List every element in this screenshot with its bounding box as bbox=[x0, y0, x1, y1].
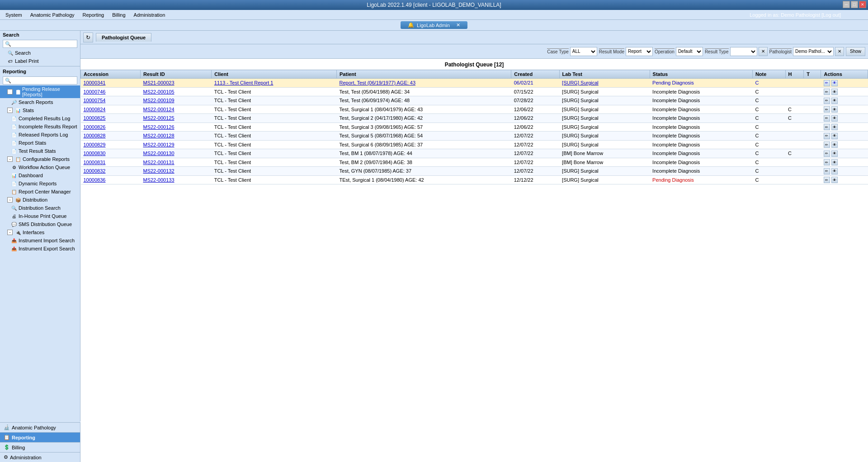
col-h[interactable]: H bbox=[785, 70, 804, 79]
cell-accession[interactable]: 10000746 bbox=[81, 87, 141, 96]
table-row[interactable]: 10000832 MS22-000132 TCL - Test Client T… bbox=[81, 167, 868, 176]
cell-actions[interactable]: ✏ 👁 bbox=[821, 140, 868, 149]
cell-lab-test[interactable]: [SURG] Surgical bbox=[559, 114, 650, 123]
cell-result-id[interactable]: MS22-000124 bbox=[140, 105, 211, 114]
table-row[interactable]: 10000836 MS22-000133 TCL - Test Client T… bbox=[81, 175, 868, 184]
col-note[interactable]: Note bbox=[752, 70, 785, 79]
sidebar-item-search[interactable]: 🔍 Search bbox=[0, 49, 80, 57]
cell-lab-test[interactable]: [BM] Bone Marrow bbox=[559, 149, 650, 158]
cell-patient[interactable]: TEst, Surgical 1 (08/04/1980) AGE: 42 bbox=[337, 175, 511, 184]
result-type-clear-btn[interactable]: ✕ bbox=[759, 47, 768, 56]
cell-actions[interactable]: ✏ 👁 bbox=[821, 167, 868, 176]
table-row[interactable]: 10000826 MS22-000126 TCL - Test Client T… bbox=[81, 123, 868, 132]
cell-accession[interactable]: 10000830 bbox=[81, 149, 141, 158]
sidebar-item-test-result-stats[interactable]: 📄 Test Result Stats bbox=[0, 147, 80, 155]
show-button[interactable]: Show bbox=[846, 47, 865, 56]
window-controls[interactable]: ─ □ ✕ bbox=[843, 1, 866, 8]
cell-actions[interactable]: ✏ 👁 bbox=[821, 123, 868, 132]
cell-client[interactable]: TCL - Test Client bbox=[212, 175, 337, 184]
action-edit-icon[interactable]: ✏ bbox=[824, 151, 830, 157]
action-view-icon[interactable]: 👁 bbox=[831, 133, 838, 139]
result-type-select[interactable] bbox=[730, 47, 757, 56]
sidebar-item-report-stats[interactable]: 📄 Report Stats bbox=[0, 139, 80, 147]
cell-accession[interactable]: 10000831 bbox=[81, 158, 141, 167]
menu-reporting[interactable]: Reporting bbox=[79, 11, 108, 19]
action-view-icon[interactable]: 👁 bbox=[831, 159, 838, 165]
action-edit-icon[interactable]: ✏ bbox=[824, 80, 830, 86]
menu-anatomic-pathology[interactable]: Anatomic Pathology bbox=[27, 11, 78, 19]
cell-result-id[interactable]: MS22-000105 bbox=[140, 87, 211, 96]
col-created[interactable]: Created bbox=[511, 70, 559, 79]
cell-patient[interactable]: Test, GYN (08/07/1985) AGE: 37 bbox=[337, 167, 511, 176]
sidebar-item-inhouse-print[interactable]: 🖨 In-House Print Queue bbox=[0, 212, 80, 220]
cell-client[interactable]: TCL - Test Client bbox=[212, 132, 337, 141]
sidebar-item-sms-queue[interactable]: 💬 SMS Distribution Queue bbox=[0, 220, 80, 228]
cell-actions[interactable]: ✏ 👁 bbox=[821, 132, 868, 141]
nav-anatomic-pathology[interactable]: 🔬 Anatomic Pathology bbox=[0, 422, 80, 432]
cell-lab-test[interactable]: [BM] Bone Marrow bbox=[559, 158, 650, 167]
sidebar-search-header[interactable]: Search bbox=[0, 31, 80, 39]
minimize-button[interactable]: ─ bbox=[843, 1, 850, 8]
cell-accession[interactable]: 10000826 bbox=[81, 123, 141, 132]
pathologist-clear-btn[interactable]: ✕ bbox=[835, 47, 844, 56]
cell-accession[interactable]: 10000836 bbox=[81, 175, 141, 184]
nav-administration[interactable]: ⚙ Administration bbox=[0, 452, 80, 462]
menu-system[interactable]: System bbox=[2, 11, 26, 19]
menu-administration[interactable]: Administration bbox=[130, 11, 169, 19]
cell-lab-test[interactable]: [SURG] Surgical bbox=[559, 132, 650, 141]
sidebar-item-interfaces[interactable]: - 🔌 Interfaces bbox=[0, 228, 80, 236]
action-view-icon[interactable]: 👁 bbox=[831, 115, 838, 122]
sidebar-item-pending-release[interactable]: - 📋 Pending Release [Reports] bbox=[0, 85, 80, 98]
cell-patient[interactable]: Report, Test (06/19/1977) AGE: 43 bbox=[337, 79, 511, 88]
table-row[interactable]: 10000754 MS22-000109 TCL - Test Client T… bbox=[81, 96, 868, 105]
cell-patient[interactable]: Test, Surgical 2 (04/17/1980) AGE: 42 bbox=[337, 114, 511, 123]
cell-accession[interactable]: 10000828 bbox=[81, 132, 141, 141]
cell-patient[interactable]: Test, Surgical 3 (09/08/1965) AGE: 57 bbox=[337, 123, 511, 132]
sidebar-item-stats[interactable]: - 📊 Stats bbox=[0, 106, 80, 114]
cell-client[interactable]: 1113 - Test Client Report 1 bbox=[212, 79, 337, 88]
notification-badge[interactable]: 🔔 LigoLab Admin ✕ bbox=[401, 21, 467, 29]
tree-toggle-pending[interactable]: - bbox=[7, 89, 13, 94]
cell-result-id[interactable]: MS22-000133 bbox=[140, 175, 211, 184]
action-edit-icon[interactable]: ✏ bbox=[824, 124, 830, 130]
cell-patient[interactable]: Test, Test (06/09/1974) AGE: 48 bbox=[337, 96, 511, 105]
cell-result-id[interactable]: MS21-000023 bbox=[140, 79, 211, 88]
action-edit-icon[interactable]: ✏ bbox=[824, 106, 830, 113]
cell-accession[interactable]: 10000832 bbox=[81, 167, 141, 176]
cell-lab-test[interactable]: [SURG] Surgical bbox=[559, 175, 650, 184]
action-view-icon[interactable]: 👁 bbox=[831, 89, 838, 95]
table-row[interactable]: 10000831 MS22-000131 TCL - Test Client T… bbox=[81, 158, 868, 167]
col-status[interactable]: Status bbox=[650, 70, 752, 79]
table-row[interactable]: 10000825 MS22-000125 TCL - Test Client T… bbox=[81, 114, 868, 123]
cell-patient[interactable]: Test, BM 1 (08/07/1978) AGE: 44 bbox=[337, 149, 511, 158]
cell-actions[interactable]: ✏ 👁 bbox=[821, 149, 868, 158]
pathologist-select[interactable]: Demo Pathol... bbox=[793, 47, 834, 56]
result-mode-select[interactable]: Report bbox=[626, 47, 653, 56]
action-edit-icon[interactable]: ✏ bbox=[824, 98, 830, 104]
col-actions[interactable]: Actions bbox=[821, 70, 868, 79]
table-row[interactable]: 10000828 MS22-000128 TCL - Test Client T… bbox=[81, 132, 868, 141]
sidebar-item-distribution-search[interactable]: 🔍 Distribution Search bbox=[0, 204, 80, 212]
maximize-button[interactable]: □ bbox=[851, 1, 858, 8]
cell-accession[interactable]: 10000754 bbox=[81, 96, 141, 105]
cell-lab-test[interactable]: [SURG] Surgical bbox=[559, 140, 650, 149]
cell-patient[interactable]: Test, Surgical 1 (08/04/1979) AGE: 43 bbox=[337, 105, 511, 114]
cell-accession[interactable]: 10000825 bbox=[81, 114, 141, 123]
cell-actions[interactable]: ✏ 👁 bbox=[821, 87, 868, 96]
cell-client[interactable]: TCL - Test Client bbox=[212, 105, 337, 114]
pathologist-queue-tab[interactable]: Pathologist Queue bbox=[96, 33, 151, 42]
cell-client[interactable]: TCL - Test Client bbox=[212, 123, 337, 132]
cell-accession[interactable]: 10000829 bbox=[81, 140, 141, 149]
cell-lab-test[interactable]: [SURG] Surgical bbox=[559, 87, 650, 96]
sidebar-item-report-center-mgr[interactable]: 📋 Report Center Manager bbox=[0, 188, 80, 196]
sidebar-item-instrument-export[interactable]: 📤 Instrument Export Search bbox=[0, 245, 80, 253]
action-edit-icon[interactable]: ✏ bbox=[824, 89, 830, 95]
sidebar-item-dashboard[interactable]: 📊 Dashboard bbox=[0, 171, 80, 179]
cell-lab-test[interactable]: [SURG] Surgical bbox=[559, 96, 650, 105]
cell-patient[interactable]: Test, BM 2 (09/07/1984) AGE: 38 bbox=[337, 158, 511, 167]
close-button[interactable]: ✕ bbox=[859, 1, 866, 8]
sidebar-item-dynamic-reports[interactable]: 📄 Dynamic Reports bbox=[0, 179, 80, 188]
sidebar-item-search-reports[interactable]: 🔎 Search Reports bbox=[0, 98, 80, 106]
table-row[interactable]: 10000746 MS22-000105 TCL - Test Client T… bbox=[81, 87, 868, 96]
cell-result-id[interactable]: MS22-000109 bbox=[140, 96, 211, 105]
